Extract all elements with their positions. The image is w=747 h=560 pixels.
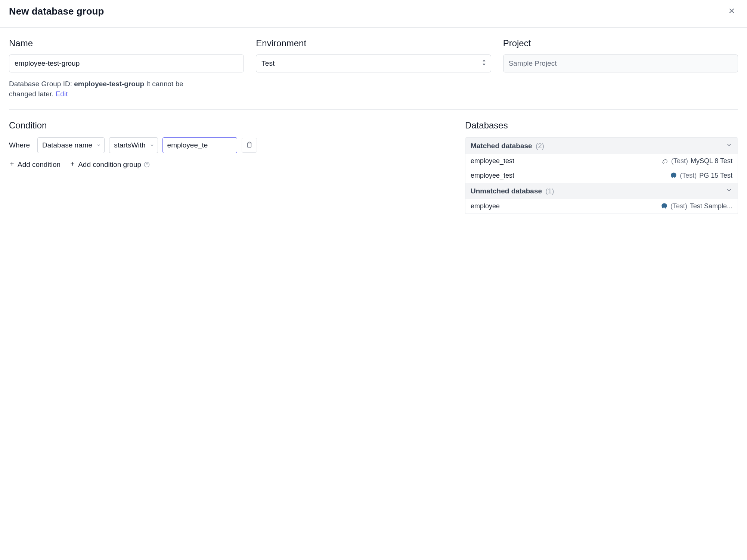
db-source: MySQL 8 Test [691, 157, 732, 165]
database-row[interactable]: employee_test (Test) PG 15 Test [465, 168, 738, 183]
add-condition-button[interactable]: Add condition [9, 161, 61, 169]
project-field-group: Project [503, 38, 738, 99]
db-env: (Test) [680, 172, 697, 180]
add-condition-group-button[interactable]: Add condition group [69, 161, 150, 169]
where-label: Where [9, 141, 30, 149]
delete-condition-button[interactable] [242, 138, 257, 153]
matched-label: Matched database [471, 142, 532, 150]
condition-value-input[interactable] [162, 137, 237, 153]
db-name: employee [471, 202, 500, 210]
db-meta: (Test) Test Sample... [661, 202, 732, 210]
modal-title: New database group [9, 6, 104, 17]
section-divider [9, 109, 738, 110]
add-actions-row: Add condition Add condition group [9, 161, 450, 169]
database-row[interactable]: employee (Test) Test Sample... [465, 199, 738, 214]
matched-group-header[interactable]: Matched database (2) [465, 138, 738, 154]
name-label: Name [9, 38, 244, 49]
db-env: (Test) [671, 157, 688, 165]
lower-section: Condition Where Database name startsWith [9, 120, 738, 214]
db-env: (Test) [670, 202, 687, 210]
name-input[interactable] [9, 55, 244, 72]
name-helper: Database Group ID: employee-test-group I… [9, 79, 211, 99]
db-source: Test Sample... [690, 202, 732, 210]
postgres-icon [670, 172, 677, 179]
top-fields-row: Name Database Group ID: employee-test-gr… [9, 38, 738, 99]
unmatched-count: (1) [545, 187, 554, 195]
db-name: employee_test [471, 172, 514, 180]
databases-panel: Matched database (2) employee_test (Test… [465, 137, 738, 214]
chevron-down-icon [726, 187, 732, 195]
modal-header: New database group [0, 0, 747, 28]
add-group-label: Add condition group [78, 161, 141, 169]
database-row[interactable]: employee_test (Test) MySQL 8 Test [465, 154, 738, 168]
environment-field-group: Environment Test [256, 38, 491, 99]
project-input [503, 55, 738, 72]
project-label: Project [503, 38, 738, 49]
db-name: employee_test [471, 157, 514, 165]
close-button[interactable] [725, 4, 738, 18]
name-field-group: Name Database Group ID: employee-test-gr… [9, 38, 244, 99]
environment-select[interactable]: Test [256, 55, 491, 72]
db-meta: (Test) MySQL 8 Test [661, 157, 732, 165]
environment-label: Environment [256, 38, 491, 49]
databases-title: Databases [465, 120, 738, 131]
condition-field-select[interactable]: Database name [37, 137, 105, 153]
group-id-value: employee-test-group [74, 80, 144, 88]
close-icon [728, 10, 736, 16]
condition-operator-select[interactable]: startsWith [109, 137, 158, 153]
postgres-icon [661, 203, 668, 210]
mysql-icon [661, 158, 669, 165]
plus-icon [69, 161, 75, 169]
databases-section: Databases Matched database (2) employee_… [465, 120, 738, 214]
unmatched-group-header[interactable]: Unmatched database (1) [465, 183, 738, 199]
plus-icon [9, 161, 15, 169]
add-condition-label: Add condition [18, 161, 61, 169]
help-icon [144, 162, 150, 168]
edit-link[interactable]: Edit [56, 90, 68, 98]
modal-content: Name Database Group ID: employee-test-gr… [0, 28, 747, 224]
condition-title: Condition [9, 120, 450, 131]
unmatched-label: Unmatched database [471, 187, 542, 195]
condition-section: Condition Where Database name startsWith [9, 120, 450, 214]
condition-row: Where Database name startsWith [9, 137, 450, 153]
matched-count: (2) [536, 142, 544, 150]
helper-prefix: Database Group ID: [9, 80, 74, 88]
db-source: PG 15 Test [699, 172, 732, 180]
chevron-down-icon [726, 141, 732, 150]
db-meta: (Test) PG 15 Test [670, 172, 732, 180]
trash-icon [246, 141, 252, 149]
